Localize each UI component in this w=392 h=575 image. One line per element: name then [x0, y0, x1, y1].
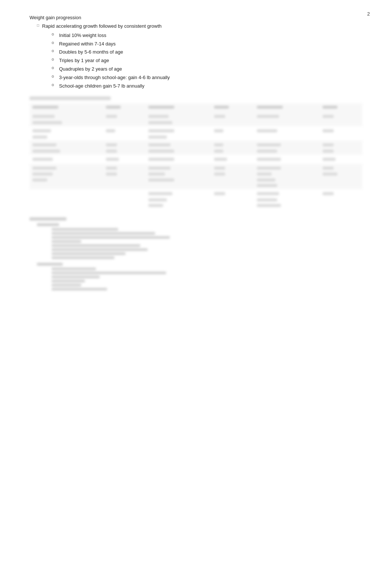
level2-item-1: o Regained within 7-14 days [52, 40, 362, 48]
level2-text-0: Initial 10% weight loss [59, 32, 106, 40]
level2-item-0: o Initial 10% weight loss [52, 32, 362, 40]
level2-item-6: o School-age children gain 5-7 lb annual… [52, 82, 362, 90]
level1-bullet-text: Rapid accelerating growth followed by co… [42, 23, 162, 30]
level2-item-2: o Doubles by 5-6 months of age [52, 48, 362, 56]
blurred-table [30, 103, 362, 209]
level2-text-5: 3-year-olds through school-age: gain 4-6… [59, 74, 170, 82]
level2-text-1: Regained within 7-14 days [59, 40, 116, 48]
blurred-table-section [30, 96, 362, 209]
level2-item-3: o Triples by 1 year of age [52, 57, 362, 65]
section-title: Weight gain progression [30, 15, 362, 20]
level1-bullet: □ Rapid accelerating growth followed by … [37, 23, 362, 30]
blurred-lower-section [30, 217, 362, 290]
level2-text-3: Triples by 1 year of age [59, 57, 109, 65]
page-number: 2 [367, 11, 370, 17]
bullet-o-icon-1: o [52, 40, 56, 45]
level2-text-4: Quadruples by 2 years of age [59, 65, 122, 73]
level2-text-2: Doubles by 5-6 months of age [59, 48, 123, 56]
blurred-table-title [30, 96, 111, 100]
bullet-o-icon-6: o [52, 82, 56, 87]
bullet-o-icon-4: o [52, 65, 56, 70]
page-container: 2 Weight gain progression □ Rapid accele… [0, 0, 392, 314]
level2-text-6: School-age children gain 5-7 lb annually [59, 82, 144, 90]
bullet-o-icon-2: o [52, 48, 56, 53]
bullet-o-icon-0: o [52, 32, 56, 36]
level2-item-5: o 3-year-olds through school-age: gain 4… [52, 74, 362, 82]
bullet-o-icon-5: o [52, 74, 56, 78]
bullet-o-icon-3: o [52, 57, 56, 61]
level2-item-4: o Quadruples by 2 years of age [52, 65, 362, 73]
bullet-square-icon: □ [37, 23, 39, 27]
